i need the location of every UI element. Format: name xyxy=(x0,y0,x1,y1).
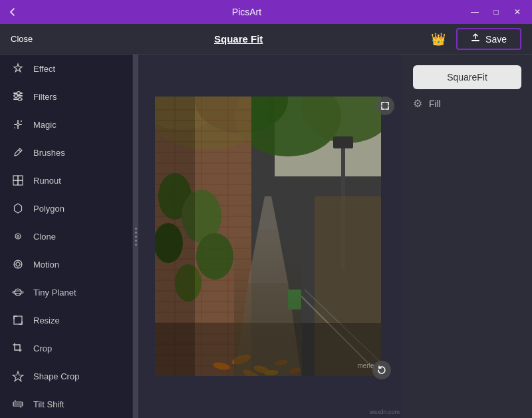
effect-label: Effect xyxy=(33,64,55,74)
back-button[interactable] xyxy=(8,7,17,17)
sidebar-item-motion[interactable]: Motion xyxy=(0,250,132,278)
svg-rect-11 xyxy=(13,180,18,185)
motion-icon xyxy=(11,257,25,272)
squarefit-option-button[interactable]: SquareFit xyxy=(413,65,521,89)
svg-point-13 xyxy=(15,234,21,239)
polygon-icon xyxy=(11,201,25,216)
maximize-button[interactable]: □ xyxy=(489,7,503,17)
brushes-label: Brushes xyxy=(33,148,65,158)
svg-point-16 xyxy=(16,262,20,266)
runout-label: Runout xyxy=(33,176,61,186)
canvas-area: merle wsxdn.com xyxy=(133,55,402,418)
sidebar-item-brushes[interactable]: Brushes xyxy=(0,138,132,166)
svg-marker-73 xyxy=(235,283,301,376)
svg-rect-9 xyxy=(13,176,18,180)
sidebar-item-shape-crop[interactable]: Shape Crop xyxy=(0,362,132,390)
crop-icon xyxy=(11,341,25,355)
save-label: Save xyxy=(485,34,507,45)
motion-label: Motion xyxy=(33,260,59,270)
filters-icon xyxy=(11,89,25,104)
filters-label: Filters xyxy=(33,92,57,102)
svg-point-84 xyxy=(263,369,279,376)
svg-point-83 xyxy=(241,368,261,376)
clone-label: Clone xyxy=(33,232,56,242)
tilt-shift-label: Tilt Shift xyxy=(33,399,64,409)
shape-crop-label: Shape Crop xyxy=(33,371,79,381)
svg-marker-74 xyxy=(248,230,288,283)
watermark-text: merle xyxy=(357,362,374,369)
svg-rect-12 xyxy=(18,180,23,185)
sidebar-item-polygon[interactable]: Polygon xyxy=(0,194,132,222)
svg-point-86 xyxy=(288,367,301,375)
rotate-button[interactable] xyxy=(372,361,391,379)
settings-icon[interactable]: ⚙ xyxy=(413,97,422,110)
toolbar-title: Square Fit xyxy=(46,33,431,45)
upload-icon xyxy=(471,33,480,45)
runout-icon xyxy=(11,173,25,188)
close-button[interactable]: Close xyxy=(11,34,33,44)
svg-point-80 xyxy=(230,352,251,367)
fill-label: Fill xyxy=(429,99,441,109)
app-title: PicsArt xyxy=(25,7,468,17)
sidebar-item-resize[interactable]: Resize xyxy=(0,306,132,334)
expand-button[interactable] xyxy=(376,97,394,115)
crown-icon: 👑 xyxy=(431,32,446,47)
tiny-planet-label: Tiny Planet xyxy=(33,288,76,298)
crop-label: Crop xyxy=(33,343,52,353)
svg-point-17 xyxy=(15,289,21,296)
sidebar: EffectFiltersMagicBrushesRunoutPolygonCl… xyxy=(0,55,133,418)
window-controls: — □ ✕ xyxy=(468,7,524,17)
clone-icon xyxy=(11,229,25,244)
minimize-button[interactable]: — xyxy=(468,7,481,17)
resize-icon xyxy=(11,313,25,327)
svg-rect-88 xyxy=(155,323,381,376)
svg-rect-10 xyxy=(18,176,23,180)
polygon-label: Polygon xyxy=(33,204,65,214)
svg-rect-19 xyxy=(14,316,22,324)
sidebar-item-magic[interactable]: Magic xyxy=(0,110,132,138)
sidebar-item-filters[interactable]: Filters xyxy=(0,83,132,110)
right-panel: SquareFit ⚙ Fill xyxy=(402,55,532,418)
magic-icon xyxy=(11,117,25,132)
svg-point-81 xyxy=(253,364,270,375)
svg-point-4 xyxy=(19,98,22,101)
magic-label: Magic xyxy=(33,120,57,130)
effect-icon xyxy=(11,61,25,76)
title-bar: PicsArt — □ ✕ xyxy=(0,0,532,24)
svg-point-8 xyxy=(14,127,15,128)
svg-rect-79 xyxy=(288,290,301,310)
sidebar-item-crop[interactable]: Crop xyxy=(0,334,132,362)
svg-rect-38 xyxy=(333,136,353,148)
svg-point-6 xyxy=(17,92,21,95)
resize-label: Resize xyxy=(33,315,60,325)
main-content: EffectFiltersMagicBrushesRunoutPolygonCl… xyxy=(0,55,532,418)
drag-handle[interactable] xyxy=(133,55,138,418)
shape-crop-icon xyxy=(11,369,25,383)
canvas-image xyxy=(155,97,381,376)
svg-point-14 xyxy=(17,236,19,238)
site-watermark: wsxdn.com xyxy=(370,409,400,415)
svg-point-71 xyxy=(196,233,233,280)
svg-rect-0 xyxy=(471,40,479,41)
sidebar-item-runout[interactable]: Runout xyxy=(0,166,132,194)
toolbar: Close Square Fit 👑 Save xyxy=(0,24,532,55)
save-button[interactable]: Save xyxy=(456,28,521,50)
close-window-button[interactable]: ✕ xyxy=(511,7,524,17)
sidebar-item-tilt-shift[interactable]: Tilt Shift xyxy=(0,390,132,418)
fill-row: ⚙ Fill xyxy=(413,97,521,110)
image-canvas: merle xyxy=(155,97,381,376)
svg-point-2 xyxy=(15,95,18,98)
sidebar-item-clone[interactable]: Clone xyxy=(0,222,132,250)
svg-point-7 xyxy=(21,120,22,122)
brushes-icon xyxy=(11,145,25,160)
sidebar-item-effect[interactable]: Effect xyxy=(0,55,132,83)
tilt-shift-icon xyxy=(11,397,25,411)
tiny-planet-icon xyxy=(11,285,25,300)
svg-point-82 xyxy=(274,359,288,366)
sidebar-item-tiny-planet[interactable]: Tiny Planet xyxy=(0,278,132,306)
